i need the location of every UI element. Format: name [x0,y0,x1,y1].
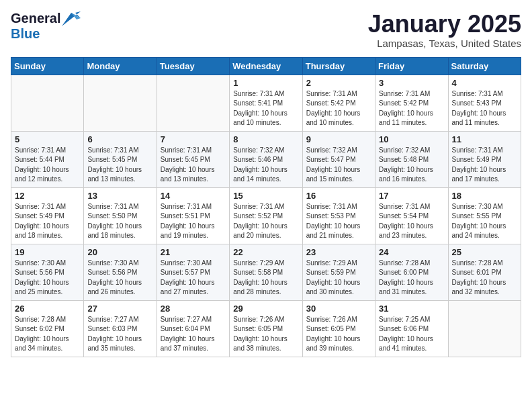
day-number: 27 [87,304,152,314]
day-info: Sunrise: 7:31 AM Sunset: 5:49 PM Dayligh… [452,146,517,185]
calendar-cell: 20Sunrise: 7:30 AM Sunset: 5:56 PM Dayli… [84,244,157,300]
day-number: 26 [15,304,80,314]
page-header: General Blue January 2025 Lampasas, Texa… [11,11,521,49]
day-number: 20 [87,247,152,257]
day-info: Sunrise: 7:29 AM Sunset: 5:58 PM Dayligh… [233,259,298,298]
calendar-cell: 1Sunrise: 7:31 AM Sunset: 5:41 PM Daylig… [230,75,302,131]
calendar-subtitle: Lampasas, Texas, United States [368,38,521,49]
day-info: Sunrise: 7:31 AM Sunset: 5:45 PM Dayligh… [161,146,226,185]
day-number: 16 [306,191,371,201]
weekday-header-tuesday: Tuesday [157,57,229,75]
day-number: 9 [306,134,371,144]
week-row-3: 12Sunrise: 7:31 AM Sunset: 5:49 PM Dayli… [11,187,521,244]
day-info: Sunrise: 7:28 AM Sunset: 6:02 PM Dayligh… [15,315,80,354]
day-info: Sunrise: 7:32 AM Sunset: 5:46 PM Dayligh… [233,146,298,185]
calendar-cell: 26Sunrise: 7:28 AM Sunset: 6:02 PM Dayli… [11,300,84,357]
calendar-cell: 6Sunrise: 7:31 AM Sunset: 5:45 PM Daylig… [84,131,157,187]
day-info: Sunrise: 7:31 AM Sunset: 5:43 PM Dayligh… [452,89,517,128]
week-row-1: 1Sunrise: 7:31 AM Sunset: 5:41 PM Daylig… [11,75,521,131]
calendar-cell: 8Sunrise: 7:32 AM Sunset: 5:46 PM Daylig… [230,131,302,187]
day-number: 18 [452,191,517,201]
calendar-cell: 10Sunrise: 7:32 AM Sunset: 5:48 PM Dayli… [375,131,448,187]
day-number: 17 [379,191,444,201]
day-info: Sunrise: 7:31 AM Sunset: 5:54 PM Dayligh… [379,202,444,241]
calendar-cell: 17Sunrise: 7:31 AM Sunset: 5:54 PM Dayli… [375,187,448,244]
day-info: Sunrise: 7:30 AM Sunset: 5:56 PM Dayligh… [87,259,152,298]
day-info: Sunrise: 7:31 AM Sunset: 5:49 PM Dayligh… [15,202,80,241]
day-number: 7 [161,134,226,144]
day-info: Sunrise: 7:31 AM Sunset: 5:53 PM Dayligh… [306,202,371,241]
weekday-header-saturday: Saturday [448,57,521,75]
day-info: Sunrise: 7:31 AM Sunset: 5:50 PM Dayligh… [87,202,152,241]
weekday-header-thursday: Thursday [302,57,375,75]
calendar-cell: 18Sunrise: 7:30 AM Sunset: 5:55 PM Dayli… [448,187,521,244]
day-number: 25 [452,247,517,257]
calendar-cell: 14Sunrise: 7:31 AM Sunset: 5:51 PM Dayli… [157,187,229,244]
calendar-cell: 30Sunrise: 7:26 AM Sunset: 6:05 PM Dayli… [302,300,375,357]
calendar-cell: 11Sunrise: 7:31 AM Sunset: 5:49 PM Dayli… [448,131,521,187]
day-number: 5 [15,134,80,144]
calendar-cell: 15Sunrise: 7:31 AM Sunset: 5:52 PM Dayli… [230,187,302,244]
day-info: Sunrise: 7:31 AM Sunset: 5:41 PM Dayligh… [233,89,298,128]
weekday-header-wednesday: Wednesday [230,57,302,75]
day-number: 8 [233,134,298,144]
calendar-cell: 22Sunrise: 7:29 AM Sunset: 5:58 PM Dayli… [230,244,302,300]
week-row-4: 19Sunrise: 7:30 AM Sunset: 5:56 PM Dayli… [11,244,521,300]
calendar-cell: 9Sunrise: 7:32 AM Sunset: 5:47 PM Daylig… [302,131,375,187]
weekday-header-sunday: Sunday [11,57,84,75]
calendar-cell [448,300,521,357]
logo-blue-text: Blue [11,26,40,42]
title-block: January 2025 Lampasas, Texas, United Sta… [368,11,521,49]
day-number: 28 [161,304,226,314]
day-number: 29 [233,304,298,314]
day-number: 3 [379,78,444,88]
day-info: Sunrise: 7:26 AM Sunset: 6:05 PM Dayligh… [306,315,371,354]
day-number: 15 [233,191,298,201]
day-number: 11 [452,134,517,144]
day-info: Sunrise: 7:30 AM Sunset: 5:55 PM Dayligh… [452,202,517,241]
day-info: Sunrise: 7:27 AM Sunset: 6:03 PM Dayligh… [87,315,152,354]
day-number: 23 [306,247,371,257]
day-number: 4 [452,78,517,88]
logo-general-text: General [11,11,60,26]
day-number: 10 [379,134,444,144]
day-number: 24 [379,247,444,257]
weekday-header-friday: Friday [375,57,448,75]
calendar-cell: 16Sunrise: 7:31 AM Sunset: 5:53 PM Dayli… [302,187,375,244]
calendar-cell: 29Sunrise: 7:26 AM Sunset: 6:05 PM Dayli… [230,300,302,357]
day-number: 31 [379,304,444,314]
day-info: Sunrise: 7:29 AM Sunset: 5:59 PM Dayligh… [306,259,371,298]
calendar-cell [11,75,84,131]
calendar-cell: 31Sunrise: 7:25 AM Sunset: 6:06 PM Dayli… [375,300,448,357]
day-number: 21 [161,247,226,257]
calendar-cell: 19Sunrise: 7:30 AM Sunset: 5:56 PM Dayli… [11,244,84,300]
day-number: 2 [306,78,371,88]
calendar-cell: 25Sunrise: 7:28 AM Sunset: 6:01 PM Dayli… [448,244,521,300]
calendar-cell: 2Sunrise: 7:31 AM Sunset: 5:42 PM Daylig… [302,75,375,131]
day-info: Sunrise: 7:31 AM Sunset: 5:42 PM Dayligh… [379,89,444,128]
day-number: 1 [233,78,298,88]
day-number: 12 [15,191,80,201]
calendar-cell: 3Sunrise: 7:31 AM Sunset: 5:42 PM Daylig… [375,75,448,131]
calendar-cell: 7Sunrise: 7:31 AM Sunset: 5:45 PM Daylig… [157,131,229,187]
calendar-cell: 4Sunrise: 7:31 AM Sunset: 5:43 PM Daylig… [448,75,521,131]
logo: General Blue [11,11,81,42]
day-info: Sunrise: 7:31 AM Sunset: 5:44 PM Dayligh… [15,146,80,185]
day-info: Sunrise: 7:30 AM Sunset: 5:57 PM Dayligh… [161,259,226,298]
day-number: 14 [161,191,226,201]
day-info: Sunrise: 7:32 AM Sunset: 5:48 PM Dayligh… [379,146,444,185]
day-number: 19 [15,247,80,257]
day-number: 6 [87,134,152,144]
day-info: Sunrise: 7:31 AM Sunset: 5:45 PM Dayligh… [87,146,152,185]
day-info: Sunrise: 7:32 AM Sunset: 5:47 PM Dayligh… [306,146,371,185]
day-info: Sunrise: 7:30 AM Sunset: 5:56 PM Dayligh… [15,259,80,298]
calendar-cell: 5Sunrise: 7:31 AM Sunset: 5:44 PM Daylig… [11,131,84,187]
calendar-cell: 21Sunrise: 7:30 AM Sunset: 5:57 PM Dayli… [157,244,229,300]
calendar-cell [84,75,157,131]
day-info: Sunrise: 7:31 AM Sunset: 5:52 PM Dayligh… [233,202,298,241]
day-info: Sunrise: 7:28 AM Sunset: 6:01 PM Dayligh… [452,259,517,298]
day-info: Sunrise: 7:26 AM Sunset: 6:05 PM Dayligh… [233,315,298,354]
calendar-cell: 13Sunrise: 7:31 AM Sunset: 5:50 PM Dayli… [84,187,157,244]
day-number: 13 [87,191,152,201]
calendar-table: SundayMondayTuesdayWednesdayThursdayFrid… [11,57,521,357]
